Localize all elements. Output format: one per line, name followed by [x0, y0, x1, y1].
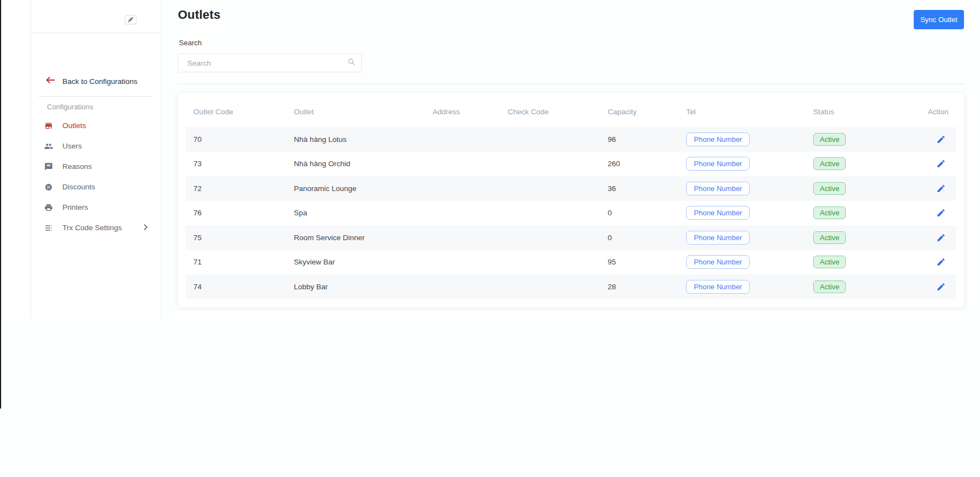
column-header-check-code: Check Code [500, 108, 600, 116]
pencil-icon [936, 135, 946, 144]
app-window: Back to Configurations Configurations Ou… [0, 0, 980, 477]
cell-tel: Phone Number [678, 280, 805, 294]
column-header-capacity: Capacity [600, 108, 678, 116]
cell-capacity: 0 [600, 234, 678, 242]
left-strip [1, 0, 31, 319]
sidebar-item-label: Trx Code Settings [62, 224, 122, 232]
cell-status: Active [805, 133, 918, 146]
status-badge: Active [813, 280, 846, 293]
cell-action [918, 257, 956, 267]
status-badge: Active [813, 182, 846, 195]
printer-icon [44, 203, 53, 212]
sidebar-nav: Outlets Users Reasons Discounts [31, 115, 161, 238]
cell-outlet: Room Service Dinner [286, 234, 425, 242]
cell-action [918, 159, 956, 168]
sidebar-item-reasons[interactable]: Reasons [31, 156, 161, 177]
discount-icon [44, 183, 53, 192]
status-badge: Active [813, 206, 846, 219]
table-row: 70 Nhà hàng Lotus 96 Phone Number Active [186, 127, 956, 152]
pencil-icon [936, 233, 946, 242]
table-row: 75 Room Service Dinner 0 Phone Number Ac… [186, 225, 956, 250]
phone-number-button[interactable]: Phone Number [686, 255, 750, 269]
pencil-icon [936, 257, 946, 267]
cell-tel: Phone Number [678, 231, 805, 245]
page-title: Outlets [178, 8, 220, 22]
sidebar-item-printers[interactable]: Printers [31, 197, 161, 218]
edit-button[interactable] [936, 257, 946, 267]
column-header-outlet-code: Outlet Code [186, 108, 286, 116]
back-to-configurations-link[interactable]: Back to Configurations [31, 73, 161, 89]
cell-outlet: Panoramic Lounge [286, 184, 425, 193]
cell-capacity: 28 [600, 283, 678, 291]
column-header-address: Address [425, 108, 500, 116]
cell-capacity: 36 [600, 184, 678, 193]
sidebar-item-label: Users [62, 142, 82, 150]
cell-tel: Phone Number [678, 182, 805, 195]
sidebar-item-label: Printers [62, 203, 88, 211]
status-badge: Active [813, 157, 846, 170]
phone-number-button[interactable]: Phone Number [686, 132, 750, 146]
cell-outlet-code: 70 [186, 135, 286, 144]
cell-capacity: 260 [600, 160, 678, 168]
back-arrow-icon [46, 76, 55, 86]
pencil-icon [936, 208, 946, 218]
cell-status: Active [805, 256, 918, 268]
cell-outlet-code: 75 [186, 234, 286, 242]
cell-outlet: Lobby Bar [286, 283, 425, 291]
sidebar-item-users[interactable]: Users [31, 136, 161, 156]
cell-outlet-code: 76 [186, 209, 286, 217]
sync-outlet-button[interactable]: Sync Outlet [914, 10, 964, 29]
back-label: Back to Configurations [62, 77, 138, 86]
sidebar-item-label: Outlets [62, 121, 86, 130]
cell-tel: Phone Number [678, 157, 805, 171]
edit-button[interactable] [936, 208, 946, 218]
collapse-icon [127, 17, 134, 23]
cell-outlet: Spa [286, 209, 425, 217]
status-badge: Active [813, 133, 846, 146]
outlets-table-card: Outlet Code Outlet Address Check Code Ca… [178, 93, 964, 308]
table-row: 74 Lobby Bar 28 Phone Number Active [186, 274, 956, 299]
sidebar-section-label: Configurations [31, 97, 161, 111]
phone-number-button[interactable]: Phone Number [686, 157, 750, 171]
sidebar-item-trx-code-settings[interactable]: Trx Code Settings [31, 218, 161, 238]
users-icon [44, 142, 53, 151]
table-row: 76 Spa 0 Phone Number Active [186, 201, 956, 226]
cell-capacity: 96 [600, 135, 678, 144]
cell-outlet: Skyview Bar [286, 258, 425, 266]
cell-action [918, 208, 956, 218]
cell-tel: Phone Number [678, 255, 805, 269]
table-header-row: Outlet Code Outlet Address Check Code Ca… [186, 96, 956, 127]
main-content: Outlets Sync Outlet Search Outlet Code O… [178, 0, 964, 477]
phone-number-button[interactable]: Phone Number [686, 280, 750, 294]
edit-button[interactable] [936, 184, 946, 193]
search-icon [347, 57, 356, 68]
cell-action [918, 135, 956, 144]
search-input[interactable] [187, 59, 347, 67]
cell-status: Active [805, 280, 918, 293]
sidebar-item-outlets[interactable]: Outlets [31, 115, 161, 136]
edit-button[interactable] [936, 159, 946, 168]
pencil-icon [936, 184, 946, 193]
phone-number-button[interactable]: Phone Number [686, 231, 750, 245]
column-header-action: Action [918, 108, 956, 116]
edit-button[interactable] [936, 233, 946, 242]
cell-outlet-code: 71 [186, 258, 286, 266]
table-row: 73 Nhà hàng Orchid 260 Phone Number Acti… [186, 152, 956, 177]
table-row: 72 Panoramic Lounge 36 Phone Number Acti… [186, 176, 956, 201]
pencil-icon [936, 282, 946, 292]
edit-button[interactable] [936, 282, 946, 292]
list-icon [44, 224, 53, 232]
cell-status: Active [805, 182, 918, 195]
phone-number-button[interactable]: Phone Number [686, 206, 750, 220]
content-divider [178, 84, 964, 84]
phone-number-button[interactable]: Phone Number [686, 182, 750, 195]
cell-tel: Phone Number [678, 206, 805, 220]
sidebar-item-discounts[interactable]: Discounts [31, 177, 161, 197]
cell-capacity: 95 [600, 258, 678, 266]
sidebar-collapse-button[interactable] [125, 15, 136, 24]
search-box [178, 54, 362, 72]
edit-button[interactable] [936, 135, 946, 144]
status-badge: Active [813, 231, 846, 244]
pencil-icon [936, 159, 946, 168]
column-header-tel: Tel [678, 108, 805, 116]
